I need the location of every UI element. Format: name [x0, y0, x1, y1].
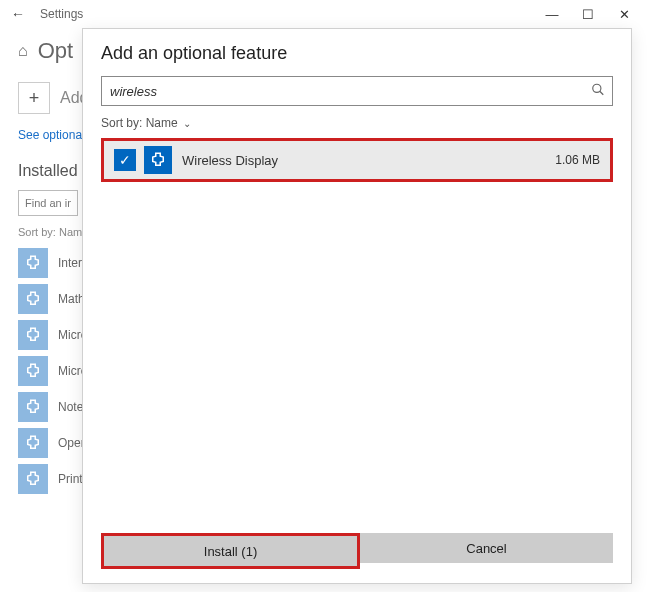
add-feature-dialog: Add an optional feature Sort by: Name ⌄ … [82, 28, 632, 584]
feature-size: 1.06 MB [555, 153, 600, 167]
feature-icon [18, 392, 48, 422]
feature-name: Wireless Display [182, 153, 555, 168]
window-title: Settings [40, 7, 83, 21]
highlight-annotation: Install (1) [101, 533, 360, 569]
checkbox-checked[interactable]: ✓ [114, 149, 136, 171]
feature-label: Math [58, 292, 85, 306]
sort-value: Name [146, 116, 178, 130]
search-field [101, 76, 613, 106]
feature-icon [18, 248, 48, 278]
minimize-button[interactable]: — [534, 7, 570, 22]
highlight-annotation: ✓ Wireless Display 1.06 MB [101, 138, 613, 182]
feature-icon [144, 146, 172, 174]
close-button[interactable]: ✕ [606, 7, 642, 22]
cancel-button[interactable]: Cancel [360, 533, 613, 563]
feature-result-row[interactable]: ✓ Wireless Display 1.06 MB [104, 141, 610, 179]
page-title-text: Opt [38, 38, 73, 64]
feature-icon [18, 284, 48, 314]
sort-prefix: Sort by: [101, 116, 142, 130]
window-titlebar: ← Settings — ☐ ✕ [0, 0, 650, 28]
home-icon[interactable]: ⌂ [18, 42, 28, 60]
plus-icon: + [18, 82, 50, 114]
maximize-button[interactable]: ☐ [570, 7, 606, 22]
sort-by-dropdown[interactable]: Sort by: Name ⌄ [101, 116, 613, 130]
chevron-down-icon: ⌄ [183, 118, 191, 129]
feature-icon [18, 320, 48, 350]
search-icon[interactable] [591, 83, 605, 100]
search-input[interactable] [101, 76, 613, 106]
back-button[interactable]: ← [8, 6, 28, 22]
dialog-footer: Install (1) Cancel [83, 533, 631, 583]
svg-line-1 [600, 91, 604, 95]
feature-label: Print [58, 472, 83, 486]
feature-icon [18, 464, 48, 494]
feature-icon [18, 356, 48, 386]
find-installed-input[interactable] [18, 190, 78, 216]
svg-point-0 [593, 84, 601, 92]
install-button[interactable]: Install (1) [104, 536, 357, 566]
feature-icon [18, 428, 48, 458]
dialog-title: Add an optional feature [101, 43, 613, 64]
